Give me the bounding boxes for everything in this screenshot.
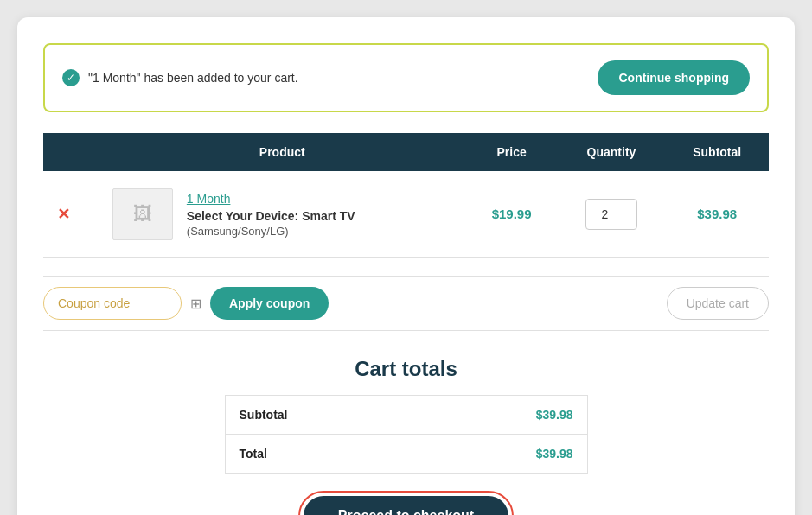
total-label: Total — [225, 435, 420, 474]
success-banner: ✓ "1 Month" has been added to your cart.… — [43, 43, 769, 112]
subtotal-cell: $39.98 — [665, 171, 769, 258]
coupon-row: ⊞ Apply coupon Update cart — [43, 276, 769, 331]
col-header-remove — [43, 133, 99, 171]
banner-message-area: ✓ "1 Month" has been added to your cart. — [62, 69, 298, 86]
cart-totals: Cart totals Subtotal $39.98 Total $39.98… — [225, 357, 588, 515]
cart-table: Product Price Quantity Subtotal ✕ — [43, 133, 769, 258]
cart-totals-title: Cart totals — [225, 357, 588, 381]
checkout-wrapper: Proceed to checkout — [225, 491, 588, 515]
continue-shopping-button[interactable]: Continue shopping — [598, 60, 750, 95]
remove-item-button[interactable]: ✕ — [57, 205, 70, 224]
checkout-button-outline: Proceed to checkout — [298, 491, 514, 515]
coupon-input[interactable] — [43, 287, 182, 320]
quantity-input[interactable] — [585, 199, 637, 230]
table-row: ✕ 🖼 1 Month Select Your Device: Smart TV… — [43, 171, 769, 258]
subtotal-row: Subtotal $39.98 — [225, 396, 587, 435]
product-image: 🖼 — [112, 188, 173, 240]
success-icon: ✓ — [62, 69, 80, 86]
table-header-row: Product Price Quantity Subtotal — [43, 133, 769, 171]
proceed-to-checkout-button[interactable]: Proceed to checkout — [304, 496, 508, 515]
price-cell: $19.99 — [466, 171, 558, 258]
total-value: $39.98 — [420, 435, 587, 474]
total-row: Total $39.98 — [225, 435, 587, 474]
col-header-product: Product — [99, 133, 466, 171]
quantity-cell[interactable] — [557, 171, 665, 258]
item-subtotal: $39.98 — [697, 207, 737, 221]
col-header-subtotal: Subtotal — [665, 133, 769, 171]
totals-table: Subtotal $39.98 Total $39.98 — [225, 395, 588, 474]
subtotal-value: $39.98 — [420, 396, 587, 435]
update-cart-button[interactable]: Update cart — [667, 287, 769, 320]
apply-coupon-button[interactable]: Apply coupon — [210, 287, 329, 320]
col-header-quantity: Quantity — [557, 133, 665, 171]
coupon-icon: ⊞ — [190, 296, 201, 312]
product-cell: 🖼 1 Month Select Your Device: Smart TV (… — [99, 171, 466, 258]
subtotal-label: Subtotal — [225, 396, 420, 435]
col-header-price: Price — [466, 133, 558, 171]
remove-cell: ✕ — [43, 171, 99, 258]
product-name-link[interactable]: 1 Month — [187, 192, 355, 206]
banner-message: "1 Month" has been added to your cart. — [88, 71, 298, 85]
item-price: $19.99 — [492, 207, 532, 221]
image-placeholder-icon: 🖼 — [133, 203, 152, 226]
product-detail: Select Your Device: Smart TV — [187, 209, 355, 223]
cart-page: ✓ "1 Month" has been added to your cart.… — [17, 17, 795, 515]
product-info: 1 Month Select Your Device: Smart TV (Sa… — [187, 192, 355, 238]
product-sub: (Samsung/Sony/LG) — [187, 225, 355, 238]
coupon-left: ⊞ Apply coupon — [43, 287, 329, 320]
